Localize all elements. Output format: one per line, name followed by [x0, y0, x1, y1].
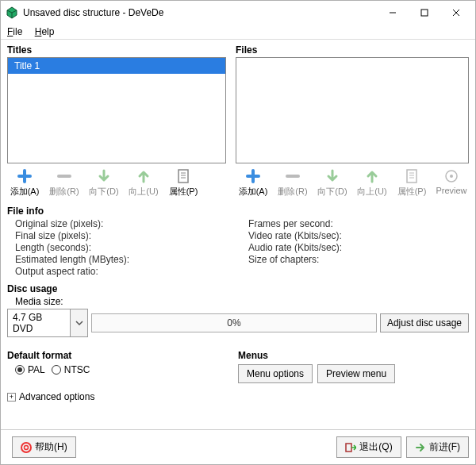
svg-rect-12	[407, 170, 416, 183]
fi-aspect-ratio: Output aspect ratio:	[15, 266, 129, 277]
svg-point-18	[21, 443, 31, 452]
help-button[interactable]: 帮助(H)	[12, 436, 76, 458]
svg-rect-20	[346, 444, 351, 452]
media-size-value: 4.7 GB DVD	[7, 309, 71, 337]
svg-rect-8	[178, 170, 188, 183]
maximize-button[interactable]	[409, 2, 440, 24]
titles-label: Titles	[7, 44, 226, 56]
files-down-button[interactable]: 向下(D)	[315, 167, 350, 199]
preview-menu-button[interactable]: Preview menu	[317, 364, 395, 383]
pal-label: PAL	[28, 364, 45, 375]
menubar: File Help	[1, 25, 475, 40]
media-size-select[interactable]: 4.7 GB DVD	[7, 309, 88, 337]
fi-final-size: Final size (pixels):	[15, 230, 129, 241]
titles-delete-button[interactable]: 删除(R)	[47, 167, 82, 199]
media-size-label: Media size:	[7, 296, 469, 307]
chevron-down-icon[interactable]	[71, 309, 88, 337]
titles-panel: Titles Title 1 添加(A) 删除(R) 向下(D)	[7, 44, 226, 199]
pal-radio[interactable]	[15, 365, 25, 375]
fi-fps: Frames per second:	[248, 218, 342, 229]
fileinfo-section: Original size (pixels): Final size (pixe…	[7, 218, 469, 277]
svg-point-19	[25, 445, 29, 449]
fi-audio-rate: Audio rate (Kbits/sec):	[248, 242, 342, 253]
minimize-button[interactable]	[377, 2, 409, 24]
default-format-heading: Default format	[7, 350, 238, 361]
files-preview-button[interactable]: Preview	[434, 167, 469, 199]
title-item[interactable]: Title 1	[8, 58, 225, 74]
discusage-heading: Disc usage	[7, 283, 469, 294]
fi-length: Length (seconds):	[15, 242, 129, 253]
minus-icon	[285, 168, 301, 184]
fi-original-size: Original size (pixels):	[15, 218, 129, 229]
fi-video-rate: Video rate (Kbits/sec):	[248, 230, 342, 241]
titles-properties-button[interactable]: 属性(P)	[166, 167, 201, 199]
fi-chapters: Size of chapters:	[248, 254, 342, 265]
disc-usage-progress: 0%	[91, 313, 377, 332]
close-button[interactable]	[440, 2, 472, 24]
next-button[interactable]: 前进(F)	[406, 436, 469, 458]
arrow-up-icon	[364, 168, 380, 184]
titles-listbox[interactable]: Title 1	[7, 57, 226, 163]
menus-heading: Menus	[238, 350, 469, 361]
fi-estimated-length: Estimated length (MBytes):	[15, 254, 129, 265]
files-add-button[interactable]: 添加(A)	[236, 167, 271, 199]
files-up-button[interactable]: 向上(U)	[355, 167, 390, 199]
arrow-down-icon	[324, 168, 340, 184]
ntsc-label: NTSC	[64, 364, 90, 375]
adjust-disc-usage-button[interactable]: Adjust disc usage	[380, 313, 469, 332]
files-delete-button[interactable]: 删除(R)	[275, 167, 310, 199]
menu-file[interactable]: File	[7, 26, 22, 37]
properties-icon	[175, 168, 191, 184]
titles-down-button[interactable]: 向下(D)	[86, 167, 121, 199]
app-icon	[6, 6, 18, 19]
titles-add-button[interactable]: 添加(A)	[7, 167, 42, 199]
files-panel: Files 添加(A) 删除(R) 向下(D)	[236, 44, 469, 199]
plus-icon	[245, 168, 261, 184]
exit-icon	[345, 442, 356, 453]
files-listbox[interactable]	[236, 57, 469, 163]
advanced-options-label: Advanced options	[19, 391, 94, 402]
minus-icon	[56, 168, 72, 184]
fileinfo-heading: File info	[7, 206, 469, 217]
svg-rect-5	[421, 10, 428, 16]
menu-options-button[interactable]: Menu options	[238, 364, 313, 383]
arrow-right-icon	[415, 442, 426, 453]
exit-button[interactable]: 退出(Q)	[336, 436, 401, 458]
properties-icon	[404, 168, 420, 184]
footer: 帮助(H) 退出(Q) 前进(F)	[1, 429, 475, 464]
arrow-up-icon	[136, 168, 152, 184]
plus-icon	[17, 168, 33, 184]
window-title: Unsaved disc structure - DeVeDe	[23, 7, 377, 18]
files-properties-button[interactable]: 属性(P)	[394, 167, 429, 199]
window-controls	[377, 2, 472, 24]
menu-help[interactable]: Help	[35, 26, 55, 37]
lifebuoy-icon	[21, 442, 32, 453]
files-label: Files	[236, 44, 469, 56]
preview-icon	[443, 168, 459, 184]
advanced-options-expander[interactable]: + Advanced options	[7, 391, 469, 402]
titlebar: Unsaved disc structure - DeVeDe	[1, 1, 475, 25]
ntsc-radio[interactable]	[52, 365, 61, 375]
app-window: Unsaved disc structure - DeVeDe File Hel…	[0, 0, 476, 465]
expander-icon: +	[7, 393, 16, 402]
arrow-down-icon	[96, 168, 112, 184]
titles-up-button[interactable]: 向上(U)	[126, 167, 161, 199]
svg-point-17	[450, 175, 453, 178]
